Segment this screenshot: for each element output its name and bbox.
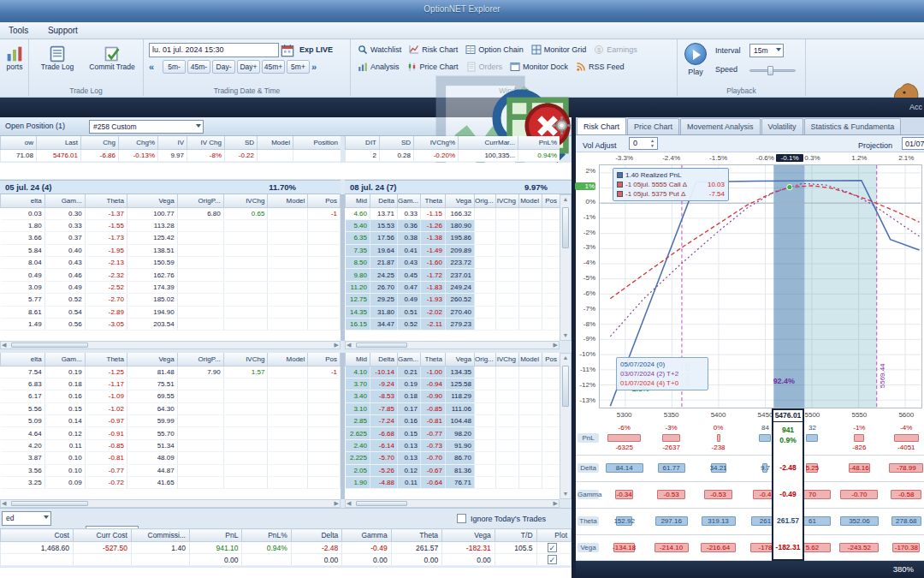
table-row[interactable]: 1,468.60-527.501.40941.100.94%-2.48-0.49… bbox=[1, 542, 572, 554]
expiry-header-left[interactable]: 05 jul. 24 (4) 11.70% bbox=[0, 180, 341, 194]
play-button[interactable] bbox=[684, 43, 707, 65]
column-header-currmar-[interactable]: CurrMar... bbox=[459, 136, 518, 149]
column-header-theta[interactable]: Theta bbox=[421, 353, 446, 366]
column-header-t-d[interactable]: T/D bbox=[495, 529, 536, 542]
table-row[interactable]: 4.6013.710.33-1.15166.32 bbox=[346, 207, 560, 219]
table-row[interactable]: 9.8024.250.45-1.72237.01 bbox=[346, 269, 560, 281]
time-step-45m-[interactable]: 45m+ bbox=[262, 60, 285, 74]
table-row[interactable]: 3.560.10-0.7744.87 bbox=[1, 464, 341, 476]
grid2-left-horizontal-scrollbar[interactable]: ◀ ▶ bbox=[0, 499, 341, 508]
window-toggle-monitor-grid[interactable]: Monitor Grid bbox=[531, 43, 587, 57]
column-header-vega[interactable]: Vega bbox=[446, 194, 475, 207]
table-row[interactable]: 2.625-6.680.15-0.7798.20 bbox=[346, 427, 560, 439]
table-row[interactable]: 0.030.30-1.37100.776.800.65-1 bbox=[1, 207, 341, 219]
trade-log-button[interactable]: Trade Log bbox=[33, 43, 82, 82]
column-header-elta[interactable]: elta bbox=[1, 353, 45, 366]
table-row[interactable]: 7.3519.640.41-1.49209.89 bbox=[346, 244, 560, 256]
step-far-left-icon[interactable]: « bbox=[149, 60, 154, 74]
menu-tools[interactable]: Tools bbox=[0, 22, 37, 39]
column-header-plot[interactable]: Plot bbox=[536, 529, 571, 542]
table-row[interactable]: 6.3517.560.38-1.38195.86 bbox=[346, 232, 560, 244]
column-header-ivchg[interactable]: IVChg bbox=[496, 353, 519, 366]
table-row[interactable]: 3.40-8.530.18-0.90118.29 bbox=[346, 390, 560, 402]
grid1-right-horizontal-scrollbar[interactable]: ◀ ▶ bbox=[345, 341, 560, 349]
table-row[interactable]: 8.610.54-2.89194.90 bbox=[1, 306, 341, 318]
table-row[interactable]: 6.830.18-1.1775.51 bbox=[1, 378, 341, 390]
table-row[interactable]: 11.2026.700.47-1.83249.24 bbox=[346, 281, 560, 293]
scroll-up-icon[interactable]: ▲ bbox=[560, 196, 571, 203]
table-row[interactable]: 7.540.19-1.2581.487.901.57-1 bbox=[1, 366, 341, 378]
tab-risk-chart[interactable]: Risk Chart bbox=[577, 117, 626, 135]
table-row[interactable]: 5.840.40-1.95138.51 bbox=[1, 244, 341, 256]
scroll-right-icon[interactable]: ▶ bbox=[554, 342, 558, 349]
window-toggle-rss-feed[interactable]: RSS Feed bbox=[576, 60, 625, 74]
reports-button[interactable]: ports bbox=[2, 43, 27, 80]
grid-splitter[interactable] bbox=[341, 353, 345, 499]
column-header-position[interactable]: Position bbox=[293, 136, 341, 149]
table-row[interactable]: 2.225-5.700.13-0.7086.70 bbox=[346, 452, 560, 464]
column-header-iv[interactable]: IV bbox=[158, 136, 187, 149]
menu-support[interactable]: Support bbox=[39, 22, 86, 39]
table-row[interactable]: 16.1534.470.52-2.11279.23 bbox=[346, 319, 560, 331]
scroll-left-icon[interactable]: ◀ bbox=[346, 500, 351, 507]
column-header-vega[interactable]: Vega bbox=[127, 353, 177, 366]
column-header-ow[interactable]: ow bbox=[1, 136, 37, 149]
column-header-model[interactable]: Model bbox=[519, 194, 542, 207]
table-row[interactable]: 0.000.000.000.000.00✓ bbox=[1, 554, 572, 566]
commit-trade-button[interactable]: Commit Trade bbox=[86, 43, 139, 82]
table-row[interactable]: 2.05-5.260.12-0.6781.36 bbox=[346, 464, 560, 476]
column-header-ivchg[interactable]: IVChg bbox=[496, 194, 519, 207]
column-header-gamma[interactable]: Gamma bbox=[342, 529, 391, 542]
table-row[interactable]: 8.5021.870.43-1.60223.72 bbox=[346, 257, 560, 269]
column-header-model[interactable]: Model bbox=[519, 353, 542, 366]
time-step-5m-[interactable]: 5m+ bbox=[287, 60, 310, 74]
column-header-chg-[interactable]: Chg% bbox=[119, 136, 158, 149]
time-step-day-[interactable]: Day+ bbox=[237, 60, 260, 74]
window-toggle-earnings[interactable]: $Earnings bbox=[594, 43, 637, 57]
time-step-day-[interactable]: Day- bbox=[212, 60, 235, 74]
trade-date-input[interactable]: lu. 01 jul. 2024 15:30 bbox=[149, 43, 279, 57]
scroll-left-icon[interactable]: ◀ bbox=[346, 342, 351, 349]
table-row[interactable]: 5.090.14-0.9759.99 bbox=[1, 415, 341, 427]
column-header-commissi-[interactable]: Commissi... bbox=[131, 529, 189, 542]
column-header-orig-[interactable]: Orig... bbox=[475, 353, 496, 366]
scroll-left-icon[interactable]: ◀ bbox=[2, 342, 6, 349]
column-header-theta[interactable]: Theta bbox=[85, 353, 127, 366]
table-row[interactable]: 4.640.12-0.9155.70 bbox=[1, 427, 341, 439]
column-header-gam-[interactable]: Gam... bbox=[44, 353, 85, 366]
column-header-curr-cost[interactable]: Curr Cost bbox=[73, 529, 131, 542]
table-row[interactable]: 20.28-0.20%100,335...0.94% bbox=[346, 149, 560, 161]
column-header-mid[interactable]: Mid bbox=[346, 353, 370, 366]
step-far-right-icon[interactable]: » bbox=[311, 60, 317, 74]
column-header-chg[interactable]: Chg bbox=[81, 136, 119, 149]
column-header-origp-[interactable]: OrigP... bbox=[177, 353, 223, 366]
column-header-ivchg-[interactable]: IVChg% bbox=[414, 136, 459, 149]
column-header-pnl-[interactable]: PnL% bbox=[518, 136, 560, 149]
table-row[interactable]: 3.660.37-1.73125.42 bbox=[1, 232, 341, 244]
column-header-pos[interactable]: Pos bbox=[308, 353, 341, 366]
speed-slider[interactable] bbox=[749, 69, 796, 72]
panel-options-gear-icon[interactable] bbox=[552, 120, 572, 133]
column-header-pos[interactable]: Pos bbox=[308, 194, 341, 207]
column-header-model[interactable]: Model bbox=[268, 194, 308, 207]
column-header-dit[interactable]: DIT bbox=[346, 136, 380, 149]
column-header-iv-chg[interactable]: IV Chg bbox=[187, 136, 225, 149]
window-toggle-watchlist[interactable]: Watchlist bbox=[358, 43, 401, 57]
column-header-delta[interactable]: Delta bbox=[370, 194, 398, 207]
column-header-gam-[interactable]: Gam... bbox=[398, 194, 421, 207]
column-header-gam-[interactable]: Gam... bbox=[398, 353, 421, 366]
table-row[interactable]: 71.085476.01-6.86-0.13%9.97-8%-0.22 bbox=[1, 149, 341, 161]
tab-volatility[interactable]: Volatility bbox=[761, 118, 803, 135]
table-row[interactable]: 2.85-7.240.16-0.81104.48 bbox=[346, 415, 560, 427]
time-step-5m-[interactable]: 5m- bbox=[163, 60, 186, 74]
scroll-up-icon[interactable]: ▲ bbox=[560, 355, 571, 361]
tab-price-chart[interactable]: Price Chart bbox=[627, 118, 679, 135]
table-row[interactable]: 12.7529.250.49-1.93260.52 bbox=[346, 294, 560, 306]
grid-splitter[interactable] bbox=[341, 194, 345, 341]
spinner-arrows-icon[interactable]: ▲▼ bbox=[649, 138, 656, 148]
column-header-theta[interactable]: Theta bbox=[421, 194, 446, 207]
table-row[interactable]: 6.170.16-1.0969.55 bbox=[1, 390, 341, 402]
table-row[interactable]: 1.490.56-3.05203.54 bbox=[1, 319, 341, 331]
scroll-left-icon[interactable]: ◀ bbox=[2, 500, 6, 507]
table-row[interactable]: 5.770.52-2.70185.02 bbox=[1, 294, 341, 306]
